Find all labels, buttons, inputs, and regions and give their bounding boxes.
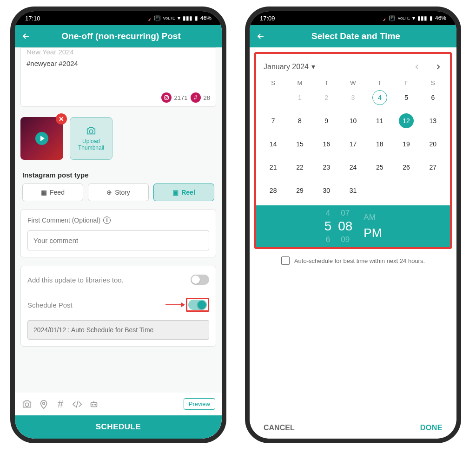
calendar-highlight-box: January 2024 ▾ SMTWTFS 12345678910111213… [254,52,452,249]
calendar-day[interactable]: 9 [313,113,340,128]
instagram-icon [161,92,172,103]
robot-icon[interactable] [88,399,99,410]
post-hashtags: #newyear #2024 [26,59,210,67]
video-thumbnail[interactable]: ✕ [20,117,63,160]
info-icon[interactable]: i [103,217,111,224]
first-comment-label: First Comment (Optional) i [27,217,209,224]
calendar-day[interactable]: 21 [260,160,286,175]
calendar-day[interactable]: 3 [340,90,366,105]
calendar-day[interactable]: 29 [286,183,313,198]
pill-feed[interactable]: ▦ Feed [22,184,83,201]
done-button[interactable]: DONE [420,424,443,432]
lte-icon: VoLTE [163,16,175,20]
back-icon[interactable] [256,32,265,41]
time-picker[interactable]: 4 5 6 07 08 09 AM PM [256,205,450,247]
status-time: 17:10 [25,15,40,22]
post-text-card[interactable]: New Year 2024 #newyear #2024 2171 # 28 [20,47,216,107]
calendar-day[interactable]: 8 [286,113,313,128]
status-right: ⏰ 📳 VoLTE ▾ ▮▮▮ ▮ 46% [379,15,446,21]
svg-marker-5 [181,302,185,307]
hashtag-toolbar-icon[interactable]: # [55,399,66,410]
calendar-day[interactable]: 10 [340,113,366,128]
dow-cell: S [420,79,446,86]
calendar-day[interactable]: 19 [393,137,419,151]
calendar-day[interactable]: 6 [420,90,446,105]
app-header: Select Date and Time [250,25,456,47]
calendar-day[interactable]: 2 [313,90,340,105]
schedule-toggle-label: Schedule Post [27,301,73,309]
preview-button[interactable]: Preview [184,398,215,410]
plus-circle-icon: ⊕ [106,189,112,196]
calendar-day[interactable]: 12 [399,113,414,128]
status-right: ⏰ 📳 VoLTE ▾ ▮▮▮ ▮ 46% [145,15,212,21]
post-type-title: Instagram post type [22,171,214,179]
dow-cell: T [366,79,393,86]
calendar-day[interactable]: 27 [420,160,446,175]
calendar-day[interactable]: 14 [260,137,286,151]
calendar-day [393,183,419,198]
pill-reel[interactable]: ▣ Reel [153,184,214,201]
schedule-datetime-field[interactable]: 2024/01/12 : Auto Schedule for Best Time [27,320,209,340]
minute-wheel[interactable]: 07 08 09 [338,209,352,243]
bottom-toolbar: # Preview [15,393,222,415]
calendar-day[interactable]: 26 [393,160,419,175]
phone-right: 17:09 ⏰ 📳 VoLTE ▾ ▮▮▮ ▮ 46% Select Date … [245,7,461,443]
calendar-day[interactable]: 11 [366,113,393,128]
dow-cell: T [313,79,340,86]
calendar-day[interactable]: 22 [286,160,313,175]
remove-media-icon[interactable]: ✕ [56,113,67,125]
code-icon[interactable] [72,399,83,410]
camera-toolbar-icon[interactable] [21,399,33,410]
status-bar: 17:10 ⏰ 📳 VoLTE ▾ ▮▮▮ ▮ 46% [15,11,222,25]
libraries-toggle[interactable] [191,275,209,285]
battery-icon: ▮ [430,15,433,21]
calendar-day[interactable]: 13 [420,113,446,128]
page-title: Select Date and Time [275,31,437,41]
schedule-card: Add this update to libraries too. Schedu… [20,266,216,347]
calendar-day[interactable]: 28 [260,183,286,198]
first-comment-input[interactable] [27,230,209,250]
autoschedule-label: Auto-schedule for best time within next … [294,257,425,264]
battery-pct: 46% [435,15,446,21]
calendar-day[interactable]: 17 [340,137,366,151]
next-month-icon[interactable] [434,63,443,71]
grid-icon: ▦ [41,189,47,196]
calendar-day[interactable]: 20 [420,137,446,151]
calendar-day[interactable]: 25 [366,160,393,175]
calendar-day [260,90,286,105]
location-icon[interactable] [38,399,49,410]
svg-point-10 [95,404,96,405]
calendar-day[interactable]: 15 [286,137,313,151]
vibrate-icon: 📳 [389,15,396,21]
pill-story[interactable]: ⊕ Story [88,184,149,201]
upload-thumbnail-button[interactable]: Upload Thumbnail [70,117,112,160]
dow-cell: W [340,79,366,86]
ampm-wheel[interactable]: AM PM [364,213,382,240]
signal-icon: ▮▮▮ [183,15,192,21]
calendar-grid: 1234567891011121314151617181920212223242… [256,88,450,205]
calendar-dow-row: SMTWTFS [256,76,450,88]
calendar-day[interactable]: 5 [393,90,419,105]
calendar-day[interactable]: 23 [313,160,340,175]
calendar-day[interactable]: 30 [313,183,340,198]
back-icon[interactable] [21,32,31,41]
app-header: One-off (non-recurring) Post [15,25,222,47]
calendar-day[interactable]: 4 [372,90,387,105]
calendar-day[interactable]: 16 [313,137,340,151]
calendar-day[interactable]: 18 [366,137,393,151]
phone-left: 17:10 ⏰ 📳 VoLTE ▾ ▮▮▮ ▮ 46% One-off (non… [10,7,226,443]
calendar-day[interactable]: 7 [260,113,286,128]
calendar-day[interactable]: 31 [340,183,366,198]
hour-wheel[interactable]: 4 5 6 [324,209,332,243]
wifi-icon: ▾ [178,15,180,21]
schedule-button[interactable]: SCHEDULE [15,415,222,439]
cancel-button[interactable]: CANCEL [264,424,295,432]
calendar-day[interactable]: 24 [340,160,366,175]
calendar-day[interactable]: 1 [286,90,313,105]
autoschedule-checkbox[interactable] [281,256,290,265]
annotation-box [186,298,209,312]
schedule-toggle[interactable] [188,300,207,310]
counters: 2171 # 28 [26,92,210,103]
month-selector[interactable]: January 2024 ▾ [264,62,315,71]
chevron-down-icon: ▾ [311,62,315,71]
